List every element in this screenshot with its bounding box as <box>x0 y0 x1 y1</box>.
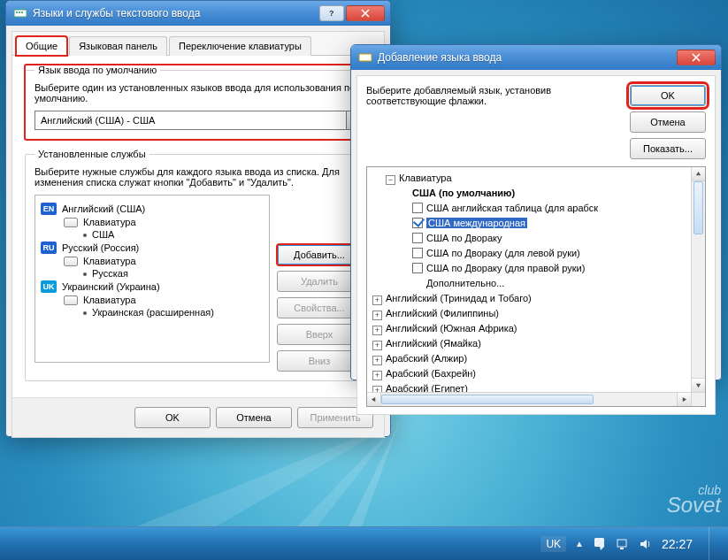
taskbar[interactable]: UK ▲ 22:27 <box>0 526 728 560</box>
installed-services-group: Установленные службы Выберите нужные слу… <box>25 149 372 381</box>
checkbox[interactable] <box>412 233 423 243</box>
keyboard-icon <box>358 50 372 65</box>
scroll-left-button[interactable] <box>367 393 381 406</box>
show-desktop-button[interactable] <box>709 527 717 561</box>
keyboard-icon <box>13 6 27 20</box>
show-button[interactable]: Показать... <box>630 138 706 159</box>
volume-icon[interactable] <box>639 537 653 551</box>
tree-node[interactable]: США (по умолчанию) <box>372 186 689 201</box>
tray-clock[interactable]: 22:27 <box>662 537 693 551</box>
language-badge: UK <box>41 280 57 293</box>
svg-rect-5 <box>359 54 372 61</box>
close-button[interactable] <box>677 50 716 65</box>
cancel-button[interactable]: Отмена <box>216 407 292 428</box>
checkbox[interactable] <box>412 263 423 273</box>
group-legend: Язык ввода по умолчанию <box>34 65 160 75</box>
collapse-icon[interactable]: − <box>386 175 395 185</box>
group-desc: Выберите нужные службы для каждого языка… <box>34 166 362 188</box>
properties-button[interactable]: Свойства... <box>277 297 362 318</box>
more-link[interactable]: Дополнительно... <box>372 276 689 291</box>
scroll-thumb[interactable] <box>381 395 594 404</box>
svg-text:?: ? <box>329 9 334 18</box>
scroll-right-button[interactable] <box>677 393 691 406</box>
instruction-text: Выберите добавляемый язык, установив соо… <box>366 85 621 159</box>
expand-icon[interactable]: + <box>372 386 382 392</box>
tray-language-indicator[interactable]: UK <box>540 536 566 552</box>
layout-item[interactable]: Русская <box>83 268 264 279</box>
svg-rect-3 <box>21 12 23 13</box>
vertical-scrollbar[interactable] <box>691 167 705 392</box>
dialog-buttons: OK Отмена Применить <box>12 397 384 437</box>
keyboard-icon <box>64 218 78 227</box>
scroll-down-button[interactable] <box>692 378 705 392</box>
text-services-window: Языки и службы текстового ввода ? Общие … <box>5 0 391 437</box>
checkbox[interactable] <box>412 248 423 258</box>
action-center-icon[interactable] <box>593 537 607 551</box>
ok-button[interactable]: OK <box>134 407 211 428</box>
tree-node[interactable]: −Клавиатура <box>372 171 689 186</box>
tree-node[interactable]: +Арабский (Алжир) <box>372 351 689 366</box>
expand-icon[interactable]: + <box>372 311 382 320</box>
keyboard-node[interactable]: Клавиатура <box>64 295 264 305</box>
tree-node[interactable]: +Арабский (Бахрейн) <box>372 366 689 381</box>
language-badge: EN <box>41 203 57 215</box>
scroll-thumb[interactable] <box>694 181 703 234</box>
help-button[interactable]: ? <box>319 5 344 21</box>
language-tree[interactable]: −КлавиатураСША (по умолчанию)США английс… <box>366 166 706 407</box>
default-language-value[interactable] <box>34 111 346 130</box>
expand-icon[interactable]: + <box>372 341 382 350</box>
expand-icon[interactable]: + <box>372 295 382 305</box>
keyboard-icon <box>64 295 78 305</box>
scrollbar-corner <box>691 392 705 406</box>
layout-checkbox-item[interactable]: США по Двораку (для левой руки) <box>372 246 689 261</box>
system-tray: UK ▲ 22:27 <box>540 527 728 561</box>
cancel-button[interactable]: Отмена <box>630 111 706 133</box>
keyboard-icon <box>64 257 78 266</box>
language-item[interactable]: RUРусский (Россия) <box>41 242 264 254</box>
expand-icon[interactable]: + <box>372 326 382 335</box>
tree-node[interactable]: +Английский (Филиппины) <box>372 306 689 321</box>
language-item[interactable]: ENАнглийский (США) <box>41 203 264 215</box>
tab-general[interactable]: Общие <box>16 36 67 56</box>
tree-node[interactable]: +Английский (Ямайка) <box>372 336 689 351</box>
language-item[interactable]: UKУкраинский (Украина) <box>41 280 264 293</box>
scroll-up-button[interactable] <box>692 167 705 181</box>
language-badge: RU <box>41 242 57 254</box>
ok-button[interactable]: OK <box>630 85 706 106</box>
add-button[interactable]: Добавить... <box>277 244 362 265</box>
remove-button[interactable]: Удалить <box>277 271 362 292</box>
titlebar[interactable]: Языки и службы текстового ввода ? <box>6 1 390 26</box>
tabstrip: Общие Языковая панель Переключение клави… <box>12 32 384 56</box>
move-up-button[interactable]: Вверх <box>277 324 362 345</box>
default-language-group: Язык ввода по умолчанию Выберите один из… <box>25 65 372 140</box>
default-language-combo[interactable] <box>34 111 362 130</box>
tray-overflow-icon[interactable]: ▲ <box>575 539 584 548</box>
add-input-language-window: Добавление языка ввода Выберите добавляе… <box>350 44 722 380</box>
layout-checkbox-item[interactable]: США международная <box>372 216 689 231</box>
tree-node[interactable]: +Английский (Тринидад и Тобаго) <box>372 291 689 306</box>
expand-icon[interactable]: + <box>372 371 382 380</box>
network-icon[interactable] <box>616 537 630 551</box>
checkbox[interactable] <box>412 203 423 213</box>
titlebar[interactable]: Добавление языка ввода <box>351 45 721 70</box>
move-down-button[interactable]: Вниз <box>277 350 362 372</box>
layout-item[interactable]: США <box>83 229 264 240</box>
layout-checkbox-item[interactable]: США английская таблица (для арабск <box>372 201 689 216</box>
keyboard-node[interactable]: Клавиатура <box>64 256 264 266</box>
layout-checkbox-item[interactable]: США по Двораку (для правой руки) <box>372 261 689 276</box>
tree-node[interactable]: +Арабский (Египет) <box>372 381 689 392</box>
keyboard-node[interactable]: Клавиатура <box>64 217 264 227</box>
checkbox[interactable] <box>412 218 423 228</box>
tab-switch[interactable]: Переключение клавиатуры <box>169 36 311 56</box>
svg-rect-7 <box>620 548 624 549</box>
layout-item[interactable]: Украинская (расширенная) <box>83 307 264 318</box>
tab-language-bar[interactable]: Языковая панель <box>69 36 167 56</box>
window-title: Языки и службы текстового ввода <box>33 7 319 19</box>
expand-icon[interactable]: + <box>372 356 382 365</box>
tree-node[interactable]: +Английский (Южная Африка) <box>372 321 689 336</box>
group-desc: Выберите один из установленных языков вв… <box>34 82 362 104</box>
layout-checkbox-item[interactable]: США по Двораку <box>372 231 689 246</box>
close-button[interactable] <box>346 5 385 21</box>
installed-services-list[interactable]: ENАнглийский (США)КлавиатураСШАRUРусский… <box>34 195 270 363</box>
horizontal-scrollbar[interactable] <box>367 392 691 406</box>
